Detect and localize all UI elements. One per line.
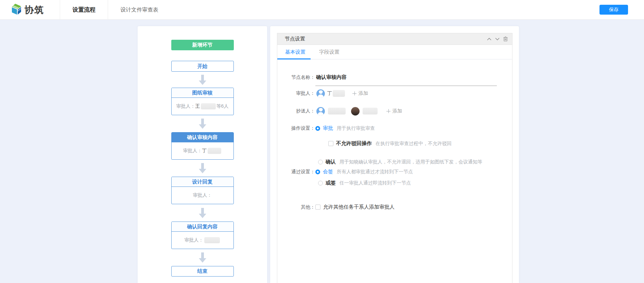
page-body: 新增环节 开始 图纸审核 审批人：王等6人 确认审核内容 审批人：丁 <box>0 20 644 283</box>
checkbox-no-reject-label[interactable]: 不允许驳回操作 <box>336 140 372 147</box>
flow-arrow <box>171 160 234 177</box>
redacted-name <box>204 237 220 243</box>
trash-icon[interactable] <box>503 36 508 41</box>
flow-node-approvers: 审批人： <box>172 187 233 204</box>
flow-node-title: 确认审核内容 <box>172 132 233 142</box>
flow-node-drawing-review[interactable]: 图纸审核 审批人：王等6人 <box>171 88 234 115</box>
flow-arrow <box>171 204 234 222</box>
nav-item-process-settings[interactable]: 设置流程 <box>60 0 108 20</box>
arrow-down-icon <box>199 258 206 263</box>
basic-settings-form: 节点名称： 审批人： 丁 <box>277 59 512 210</box>
add-step-button[interactable]: 新增环节 <box>171 40 234 50</box>
chevron-up-icon[interactable] <box>487 36 492 41</box>
radio-orsign[interactable] <box>318 181 323 185</box>
flowchart: 新增环节 开始 图纸审核 审批人：王等6人 确认审核内容 审批人：丁 <box>171 40 234 277</box>
checkbox-no-reject-hint: 在执行审批审查过程中，不允许驳回 <box>376 141 452 147</box>
radio-confirm[interactable] <box>318 160 323 164</box>
confirm-option-row: 确认 用于知晓确认审批人，不允许退回，适用于如图纸下发，会议通知等 <box>289 159 512 165</box>
arrow-down-icon <box>199 169 206 173</box>
checkbox-allow-stakeholders[interactable] <box>315 205 320 210</box>
radio-countersign[interactable] <box>315 170 320 174</box>
cc-label: 抄送人： <box>289 108 315 114</box>
arrow-down-icon <box>199 124 206 129</box>
redacted-name <box>201 103 216 109</box>
other-row: 其他： 允许其他任务干系人添加审批人 <box>289 204 512 210</box>
redacted-name <box>333 90 345 97</box>
approver-name: 丁 <box>327 90 332 96</box>
redacted-name <box>208 148 221 154</box>
approver-avatar[interactable] <box>316 89 325 98</box>
node-name-label: 节点名称： <box>289 73 315 81</box>
settings-tabs: 基本设置 字段设置 <box>277 45 512 59</box>
checkbox-no-reject[interactable] <box>328 141 333 146</box>
brand: 协筑 <box>0 3 60 17</box>
add-approver-link[interactable]: 添加 <box>352 90 368 96</box>
cc-avatar[interactable] <box>316 107 325 116</box>
nav-item-review-form[interactable]: 设计文件审查表 <box>108 0 171 20</box>
cc-avatar[interactable] <box>351 107 360 116</box>
tab-field-settings[interactable]: 字段设置 <box>319 49 340 55</box>
approver-row: 审批人： 丁 添加 <box>289 88 512 99</box>
radio-confirm-label[interactable]: 确认 <box>326 159 336 165</box>
or-sign-row: 或签 任一审批人通过即流转到下一节点 <box>289 180 512 186</box>
flow-node-title: 确认回复内容 <box>172 222 233 232</box>
node-name-input[interactable] <box>315 73 497 86</box>
flow-node-confirm-review[interactable]: 确认审核内容 审批人：丁 <box>171 132 234 160</box>
flow-arrow <box>171 72 234 88</box>
no-reject-row: 不允许驳回操作 在执行审批审查过程中，不允许驳回 <box>289 140 512 147</box>
radio-countersign-label[interactable]: 会签 <box>323 169 333 175</box>
flow-node-design-reply[interactable]: 设计回复 审批人： <box>171 177 234 204</box>
approver-label: 审批人： <box>289 90 315 96</box>
brand-name: 协筑 <box>24 4 44 16</box>
flow-node-title: 图纸审核 <box>172 88 233 98</box>
checkbox-allow-stakeholders-label[interactable]: 允许其他任务干系人添加审批人 <box>323 204 395 210</box>
flow-node-title: 设计回复 <box>172 177 233 187</box>
flow-arrow <box>171 249 234 266</box>
flow-arrow <box>171 115 234 132</box>
node-name-row: 节点名称： <box>289 73 512 86</box>
top-navbar: 协筑 设置流程 设计文件审查表 保存 <box>0 0 644 20</box>
node-settings-header: 节点设置 <box>277 33 512 45</box>
plus-icon <box>386 109 390 113</box>
radio-approve-label[interactable]: 审批 <box>323 125 333 131</box>
radio-approve[interactable] <box>315 126 320 131</box>
radio-approve-hint: 用于执行审批审查 <box>337 125 375 131</box>
flow-node-confirm-reply[interactable]: 确认回复内容 审批人： <box>171 222 234 249</box>
arrow-down-icon <box>199 81 206 85</box>
pass-settings-row: 通过设置： 会签 所有人都审批通过才流转到下一节点 <box>289 169 512 175</box>
active-tab-indicator <box>277 58 311 59</box>
arrow-down-icon <box>199 214 206 218</box>
flow-node-end[interactable]: 结束 <box>171 266 234 277</box>
operation-settings-label: 操作设置： <box>289 125 315 131</box>
settings-panel: 节点设置 <box>270 26 519 283</box>
add-cc-link[interactable]: 添加 <box>386 108 402 114</box>
chevron-down-icon[interactable] <box>495 36 500 41</box>
redacted-name <box>363 108 378 114</box>
panel-title: 节点设置 <box>285 36 305 42</box>
radio-orsign-hint: 任一审批人通过即流转到下一节点 <box>340 180 411 186</box>
radio-countersign-hint: 所有人都审批通过才流转到下一节点 <box>337 169 413 175</box>
pass-settings-label: 通过设置： <box>289 169 315 175</box>
other-label: 其他： <box>289 204 315 210</box>
brand-logo-icon <box>8 3 22 17</box>
cc-row: 抄送人： 添加 <box>289 105 512 117</box>
flow-node-approvers: 审批人：丁 <box>172 142 233 159</box>
plus-icon <box>352 91 356 95</box>
node-settings-card: 节点设置 <box>277 33 512 283</box>
tab-basic-settings[interactable]: 基本设置 <box>285 49 306 55</box>
flow-node-start[interactable]: 开始 <box>171 61 234 72</box>
redacted-name <box>328 108 346 114</box>
radio-confirm-hint: 用于知晓确认审批人，不允许退回，适用于如图纸下发，会议通知等 <box>340 159 482 165</box>
flow-node-approvers: 审批人： <box>172 232 233 249</box>
flowchart-card: 新增环节 开始 图纸审核 审批人：王等6人 确认审核内容 审批人：丁 <box>138 26 267 283</box>
flow-node-approvers: 审批人：王等6人 <box>172 98 233 115</box>
save-button[interactable]: 保存 <box>599 5 628 15</box>
operation-settings-row: 操作设置： 审批 用于执行审批审查 <box>289 125 512 131</box>
radio-orsign-label[interactable]: 或签 <box>326 180 336 186</box>
